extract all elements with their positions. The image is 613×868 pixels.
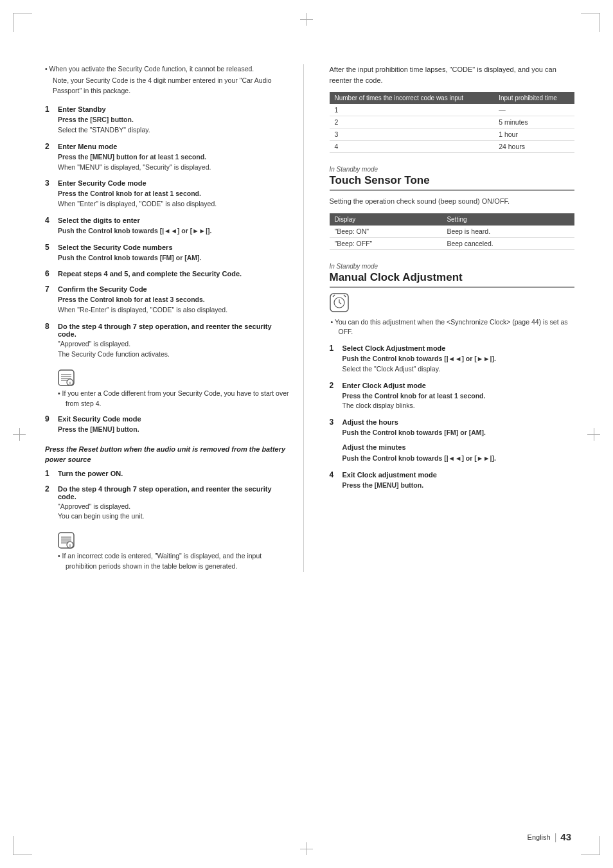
step-8-num: 8 <box>45 322 54 331</box>
step-6: 6 Repeat steps 4 and 5, and complete the… <box>45 269 290 278</box>
clock-tag: In Standby mode <box>330 263 575 270</box>
cross-right <box>587 428 600 441</box>
beep-table: Display Setting "Beep: ON"Beep is heard.… <box>330 213 575 250</box>
step-7-num: 7 <box>45 285 54 294</box>
step-3: 3 Enter Security Code mode Press the Con… <box>45 179 290 209</box>
cross-bottom <box>300 842 313 855</box>
step-2-num: 2 <box>45 142 54 151</box>
svg-text:i: i <box>69 381 71 385</box>
clock-step-3: 3 Adjust the hours Push the Control knob… <box>330 418 575 464</box>
step-7-bold: Press the Control knob for at least 3 se… <box>58 295 290 305</box>
clock-step-3-bold: Push the Control knob towards [FM] or [A… <box>342 428 575 438</box>
beep-header-col1: Display <box>330 213 442 226</box>
reset-heading: Press the Reset button when the audio un… <box>45 444 290 465</box>
sub-step-2-body-1: "Approved" is displayed. <box>58 502 290 512</box>
step-2-body: When "MENU" is displayed, "Security" is … <box>58 163 290 173</box>
footer-pipe: | <box>555 832 557 842</box>
table-row: "Beep: ON"Beep is heard. <box>330 226 575 238</box>
sub-step-2-title: Do the step 4 through 7 step operation, … <box>58 485 290 500</box>
clock-step-1: 1 Select Clock Adjustment mode Push the … <box>330 344 575 375</box>
language-label: English <box>528 833 551 841</box>
crop-mark-tr <box>581 13 600 32</box>
beep-header-col2: Setting <box>441 213 574 226</box>
note-icon-2: i <box>58 532 75 549</box>
clock-step-3-sub-bold: Push the Control knob towards [|◄◄] or [… <box>342 454 575 464</box>
crop-mark-bl <box>13 836 32 855</box>
clock-icon <box>330 293 349 312</box>
bullet-intro-line1: When you activate the Security Code func… <box>45 64 290 75</box>
clock-step-1-num: 1 <box>330 344 339 353</box>
clock-step-2-num: 2 <box>330 381 339 390</box>
step-5-title: Select the Security Code numbers <box>58 244 173 251</box>
step-7: 7 Confirm the Security Code Press the Co… <box>45 285 290 315</box>
sub-step-1: 1 Turn the power ON. <box>45 469 290 478</box>
table-header-col2: Input prohibited time <box>493 92 574 104</box>
table-cell: "Beep: ON" <box>330 226 442 238</box>
clock-step-1-body: Select the "Clock Adjust" display. <box>342 364 575 375</box>
step-2: 2 Enter Menu mode Press the [MENU] butto… <box>45 142 290 173</box>
clock-step-2-bold: Press the Control knob for at least 1 se… <box>342 391 575 402</box>
step-4-title: Select the digits to enter <box>58 217 140 224</box>
svg-line-17 <box>339 303 341 304</box>
clock-step-3-num: 3 <box>330 418 339 427</box>
table-row: 1— <box>330 104 575 116</box>
step-4-bold: Push the Control knob towards [|◄◄] or [… <box>58 226 290 236</box>
table-row: "Beep: OFF"Beep canceled. <box>330 237 575 249</box>
step-8-body-2: The Security Code function activates. <box>58 350 290 360</box>
step-4-num: 4 <box>45 216 54 225</box>
touch-sensor-title: Touch Sensor Tone <box>330 174 575 191</box>
sub-step-2-num: 2 <box>45 484 54 493</box>
clock-step-2-title: Enter Clock Adjust mode <box>342 382 426 389</box>
step-8: 8 Do the step 4 through 7 step operation… <box>45 322 290 360</box>
table-cell: Beep canceled. <box>441 237 574 249</box>
clock-step-4-title: Exit Clock adjustment mode <box>342 471 437 479</box>
step-1-body: Select the "STANDBY" display. <box>58 125 290 136</box>
table-cell: 2 <box>330 116 494 128</box>
content-area: When you activate the Security Code func… <box>45 64 574 572</box>
table-row: 25 minutes <box>330 116 575 128</box>
touch-sensor-subtitle: Setting the operation check sound (beep … <box>330 196 575 207</box>
table-header-col1: Number of times the incorrect code was i… <box>330 92 494 104</box>
clock-step-4: 4 Exit Clock adjustment mode Press the [… <box>330 470 575 491</box>
step-1-title: Enter Standby <box>58 105 106 113</box>
clock-step-4-bold: Press the [MENU] button. <box>342 481 575 491</box>
right-column: After the input prohibition time lapses,… <box>323 64 575 572</box>
step-3-bold: Press the Control knob for at least 1 se… <box>58 189 290 199</box>
step-1: 1 Enter Standby Press the [SRC] button. … <box>45 105 290 136</box>
clock-title: Manual Clock Adjustment <box>330 271 575 288</box>
sub-step-1-num: 1 <box>45 469 54 478</box>
step-7-title: Confirm the Security Code <box>58 285 147 293</box>
clock-step-3-title: Adjust the hours <box>342 418 398 426</box>
bullet-intro-line2: Note, your Security Code is the 4 digit … <box>45 76 290 96</box>
step-2-bold: Press the [MENU] button for at least 1 s… <box>58 152 290 163</box>
step-5-bold: Push the Control knob towards [FM] or [A… <box>58 253 290 263</box>
table-cell: 4 <box>330 141 494 153</box>
clock-step-3-sub-title: Adjust the minutes <box>342 442 575 453</box>
clock-note: You can do this adjustment when the <Syn… <box>330 317 575 338</box>
step-5-num: 5 <box>45 243 54 252</box>
right-intro-text: After the input prohibition time lapses,… <box>330 64 575 85</box>
clock-icon-wrapper <box>330 293 575 314</box>
left-column: When you activate the Security Code func… <box>45 64 304 572</box>
step-9-num: 9 <box>45 414 54 423</box>
step-8-title: Do the step 4 through 7 step operation, … <box>58 323 290 338</box>
sub-step-2-body-2: You can begin using the unit. <box>58 511 290 522</box>
beep-header-row: Display Setting <box>330 213 575 226</box>
touch-sensor-section: In Standby mode Touch Sensor Tone Settin… <box>330 166 575 250</box>
step-9-bold: Press the [MENU] button. <box>58 425 290 435</box>
table-row: 31 hour <box>330 128 575 141</box>
svg-line-19 <box>344 295 346 297</box>
crop-mark-tl <box>13 13 32 32</box>
table-cell: 1 hour <box>493 128 574 141</box>
cross-left <box>13 428 26 441</box>
touch-sensor-tag: In Standby mode <box>330 166 575 173</box>
page-footer: English | 43 <box>528 831 571 842</box>
right-intro-block: After the input prohibition time lapses,… <box>330 64 575 153</box>
step-1-bold: Press the [SRC] button. <box>58 115 290 125</box>
page: When you activate the Security Code func… <box>0 0 613 868</box>
step-6-title: Repeat steps 4 and 5, and complete the S… <box>58 270 242 278</box>
step-3-num: 3 <box>45 179 54 188</box>
step-3-body: When "Enter" is displayed, "CODE" is als… <box>58 199 290 209</box>
table-cell: "Beep: OFF" <box>330 237 442 249</box>
clock-step-1-title: Select Clock Adjustment mode <box>342 344 446 352</box>
